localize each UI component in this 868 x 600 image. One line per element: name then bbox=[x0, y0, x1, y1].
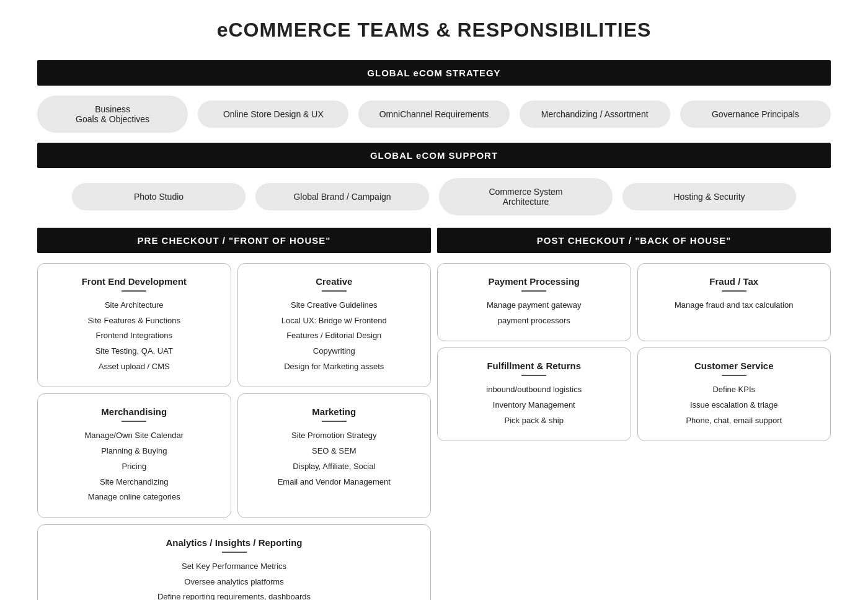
pill-hosting-security: Hosting & Security bbox=[622, 183, 796, 210]
list-item: Manage online categories bbox=[53, 490, 216, 505]
payment-divider bbox=[521, 290, 546, 292]
row-frontend-creative: Front End Development Site Architecture … bbox=[37, 263, 431, 387]
fulfillment-items: inbound/outbound logistics Inventory Man… bbox=[453, 382, 616, 428]
merchandising-title: Merchandising bbox=[53, 406, 216, 417]
strategy-pills-row: BusinessGoals & Objectives Online Store … bbox=[37, 96, 831, 133]
post-checkout-col: Payment Processing Manage payment gatewa… bbox=[437, 253, 831, 600]
checkout-banners: PRE CHECKOUT / "FRONT OF HOUSE" POST CHE… bbox=[37, 228, 831, 253]
pill-global-brand: Global Brand / Campaign bbox=[255, 183, 429, 210]
list-item: Pick pack & ship bbox=[453, 413, 616, 429]
list-item: Email and Vendor Management bbox=[253, 475, 416, 490]
fraud-divider bbox=[722, 290, 746, 292]
list-item: Manage/Own Site Calendar bbox=[53, 428, 216, 444]
pill-online-store: Online Store Design & UX bbox=[198, 101, 348, 128]
main-content: Front End Development Site Architecture … bbox=[37, 253, 831, 600]
customer-service-box: Customer Service Define KPIs Issue escal… bbox=[637, 347, 831, 441]
row-payment-fraud: Payment Processing Manage payment gatewa… bbox=[437, 263, 831, 341]
list-item: Asset upload / CMS bbox=[53, 359, 216, 375]
list-item: Oversee analytics platforms bbox=[53, 575, 415, 590]
analytics-items: Set Key Performance Metrics Oversee anal… bbox=[53, 559, 415, 600]
list-item: Manage fraud and tax calculation bbox=[653, 298, 816, 313]
analytics-title: Analytics / Insights / Reporting bbox=[53, 537, 415, 548]
analytics-box: Analytics / Insights / Reporting Set Key… bbox=[37, 524, 431, 600]
payment-items: Manage payment gateway payment processor… bbox=[453, 298, 616, 328]
creative-items: Site Creative Guidelines Local UX: Bridg… bbox=[253, 298, 416, 374]
list-item: Inventory Management bbox=[453, 398, 616, 413]
marketing-divider bbox=[322, 421, 347, 422]
merchandising-divider bbox=[122, 421, 146, 422]
front-end-box: Front End Development Site Architecture … bbox=[37, 263, 231, 387]
list-item: Phone, chat, email support bbox=[653, 413, 816, 429]
pre-checkout-col: Front End Development Site Architecture … bbox=[37, 253, 431, 600]
pill-business-goals: BusinessGoals & Objectives bbox=[37, 96, 188, 133]
marketing-box: Marketing Site Promotion Strategy SEO & … bbox=[237, 393, 432, 517]
front-end-divider bbox=[122, 290, 146, 292]
marketing-title: Marketing bbox=[253, 406, 416, 417]
pre-checkout-banner: PRE CHECKOUT / "FRONT OF HOUSE" bbox=[37, 228, 431, 253]
pill-photo-studio: Photo Studio bbox=[72, 183, 246, 210]
row-merch-marketing: Merchandising Manage/Own Site Calendar P… bbox=[37, 393, 431, 517]
global-support-banner: GLOBAL eCOM SUPPORT bbox=[37, 143, 831, 168]
list-item: Site Testing, QA, UAT bbox=[53, 344, 216, 359]
creative-box: Creative Site Creative Guidelines Local … bbox=[237, 263, 432, 387]
fulfillment-box: Fulfillment & Returns inbound/outbound l… bbox=[437, 347, 631, 441]
list-item: Set Key Performance Metrics bbox=[53, 559, 415, 575]
list-item: inbound/outbound logistics bbox=[453, 382, 616, 398]
list-item: Pricing bbox=[53, 459, 216, 475]
pill-merchandizing: Merchandizing / Assortment bbox=[520, 101, 670, 128]
pill-commerce-system: Commerce SystemArchitecture bbox=[439, 178, 613, 215]
list-item: Define KPIs bbox=[653, 382, 816, 398]
customer-service-title: Customer Service bbox=[653, 360, 816, 371]
list-item: Manage payment gateway bbox=[453, 298, 616, 313]
payment-title: Payment Processing bbox=[453, 276, 616, 287]
list-item: Planning & Buying bbox=[53, 444, 216, 459]
list-item: Local UX: Bridge w/ Frontend bbox=[253, 313, 416, 329]
list-item: Features / Editorial Design bbox=[253, 328, 416, 344]
fraud-title: Fraud / Tax bbox=[653, 276, 816, 287]
creative-title: Creative bbox=[253, 276, 416, 287]
merchandising-items: Manage/Own Site Calendar Planning & Buyi… bbox=[53, 428, 216, 504]
pill-omnichannel: OmniChannel Requirements bbox=[358, 101, 509, 128]
customer-service-items: Define KPIs Issue escalation & triage Ph… bbox=[653, 382, 816, 428]
fraud-box: Fraud / Tax Manage fraud and tax calcula… bbox=[637, 263, 831, 341]
front-end-title: Front End Development bbox=[53, 276, 216, 287]
page-title: eCOMMERCE TEAMS & RESPONSIBILITIES bbox=[37, 19, 831, 42]
list-item: Define reporting requirements, dashboard… bbox=[53, 589, 415, 600]
row-fulfillment-cs: Fulfillment & Returns inbound/outbound l… bbox=[437, 347, 831, 441]
list-item: Copywriting bbox=[253, 344, 416, 359]
front-end-items: Site Architecture Site Features & Functi… bbox=[53, 298, 216, 374]
customer-service-divider bbox=[722, 375, 746, 376]
list-item: Display, Affiliate, Social bbox=[253, 459, 416, 475]
list-item: Frontend Integrations bbox=[53, 328, 216, 344]
list-item: SEO & SEM bbox=[253, 444, 416, 459]
list-item: Design for Marketing assets bbox=[253, 359, 416, 375]
support-pills-row: Photo Studio Global Brand / Campaign Com… bbox=[37, 178, 831, 215]
list-item: Site Features & Functions bbox=[53, 313, 216, 329]
global-strategy-banner: GLOBAL eCOM STRATEGY bbox=[37, 60, 831, 86]
pill-governance: Governance Principals bbox=[680, 101, 831, 128]
marketing-items: Site Promotion Strategy SEO & SEM Displa… bbox=[253, 428, 416, 490]
list-item: Site Promotion Strategy bbox=[253, 428, 416, 444]
fulfillment-title: Fulfillment & Returns bbox=[453, 360, 616, 371]
list-item: Site Architecture bbox=[53, 298, 216, 313]
list-item: payment processors bbox=[453, 313, 616, 329]
creative-divider bbox=[322, 290, 347, 292]
payment-box: Payment Processing Manage payment gatewa… bbox=[437, 263, 631, 341]
list-item: Site Merchandizing bbox=[53, 475, 216, 490]
list-item: Site Creative Guidelines bbox=[253, 298, 416, 313]
post-checkout-banner: POST CHECKOUT / "BACK OF HOUSE" bbox=[437, 228, 831, 253]
list-item: Issue escalation & triage bbox=[653, 398, 816, 413]
fraud-items: Manage fraud and tax calculation bbox=[653, 298, 816, 313]
merchandising-box: Merchandising Manage/Own Site Calendar P… bbox=[37, 393, 231, 517]
fulfillment-divider bbox=[521, 375, 546, 376]
analytics-divider bbox=[222, 552, 247, 553]
